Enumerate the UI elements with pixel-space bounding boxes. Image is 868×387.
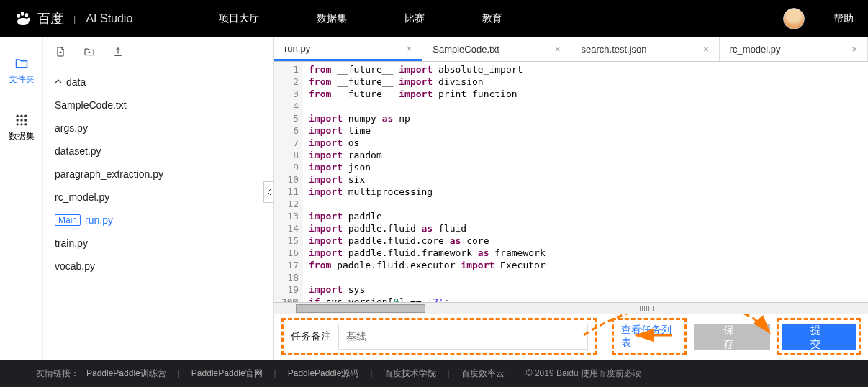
new-folder-icon[interactable] — [83, 46, 95, 58]
horizontal-scrollbar[interactable] — [274, 302, 868, 314]
view-task-list-link[interactable]: 查看任务列表 — [621, 324, 677, 350]
logo[interactable]: 百度 | AI Studio — [14, 10, 132, 27]
svg-point-6 — [24, 115, 27, 117]
footer-link[interactable]: PaddlePaddle源码 — [288, 368, 359, 380]
chevron-left-icon — [267, 188, 271, 196]
top-nav: 项目大厅 数据集 比赛 教育 — [219, 12, 783, 25]
svg-point-9 — [24, 119, 27, 121]
svg-point-2 — [25, 13, 28, 17]
tree-item-run[interactable]: Main run.py — [55, 209, 262, 232]
tree-folder-label: data — [66, 76, 86, 88]
tab-search[interactable]: search.test.json× — [571, 37, 720, 61]
svg-point-10 — [16, 123, 18, 125]
view-list-box: 查看任务列表 — [612, 318, 687, 355]
file-panel: data SampleCode.txt args.py dataset.py p… — [43, 37, 273, 360]
footer: 友情链接： PaddlePaddle训练营| PaddlePaddle官网| P… — [0, 360, 868, 387]
rail-datasets-label: 数据集 — [9, 130, 35, 142]
scroll-thumb[interactable] — [296, 304, 425, 313]
avatar[interactable] — [783, 8, 805, 29]
footer-copyright: © 2019 Baidu 使用百度前必读 — [526, 368, 641, 380]
tree-item[interactable]: dataset.py — [55, 140, 262, 163]
close-icon[interactable]: × — [851, 44, 857, 55]
footer-link[interactable]: 百度技术学院 — [384, 368, 436, 380]
nav-competitions[interactable]: 比赛 — [404, 12, 425, 25]
save-button[interactable]: 保 存 — [694, 324, 770, 350]
file-tree: data SampleCode.txt args.py dataset.py p… — [43, 66, 273, 282]
tree-item[interactable]: paragraph_extraction.py — [55, 163, 262, 186]
svg-point-11 — [20, 123, 22, 125]
task-input[interactable] — [338, 324, 588, 350]
chevron-down-icon — [55, 78, 62, 86]
tree-folder-data[interactable]: data — [55, 70, 262, 94]
code-area[interactable]: 1234567891011121314151617181920⊟21222324… — [274, 62, 868, 302]
logo-text: 百度 — [37, 10, 63, 27]
nav-datasets[interactable]: 数据集 — [317, 12, 347, 25]
logo-sub: AI Studio — [86, 12, 132, 25]
code-content[interactable]: from __future__ import absolute_importfr… — [303, 62, 551, 302]
baidu-paw-icon — [14, 10, 32, 27]
tree-item[interactable]: train.py — [55, 232, 262, 255]
top-header: 百度 | AI Studio 项目大厅 数据集 比赛 教育 帮助 — [0, 0, 868, 37]
bottom-bar: 任务备注 查看任务列表 保 存 提 交 — [274, 314, 868, 360]
tree-item[interactable]: vocab.py — [55, 255, 262, 278]
left-rail: 文件夹 数据集 — [0, 37, 43, 360]
tab-label: run.py — [284, 43, 310, 54]
svg-point-5 — [20, 115, 22, 117]
grid-icon — [14, 113, 29, 127]
svg-point-8 — [20, 119, 22, 121]
task-note-box: 任务备注 — [281, 318, 597, 355]
logo-separator: | — [73, 14, 76, 24]
svg-point-1 — [21, 12, 24, 16]
footer-link[interactable]: PaddlePaddle训练营 — [86, 368, 166, 380]
main-badge: Main — [55, 214, 81, 226]
editor: run.py× SampleCode.txt× search.test.json… — [273, 37, 868, 360]
close-icon[interactable]: × — [555, 44, 561, 55]
folder-icon — [14, 56, 29, 70]
editor-tabs: run.py× SampleCode.txt× search.test.json… — [274, 37, 868, 62]
new-file-icon[interactable] — [55, 46, 66, 58]
tab-label: rc_model.py — [730, 44, 781, 55]
rail-files-label: 文件夹 — [9, 73, 35, 86]
tree-item[interactable]: rc_model.py — [55, 186, 262, 209]
rail-datasets[interactable]: 数据集 — [0, 107, 42, 148]
svg-point-7 — [16, 119, 18, 121]
nav-education[interactable]: 教育 — [482, 12, 502, 25]
tab-sample[interactable]: SampleCode.txt× — [422, 37, 571, 61]
scroll-grip-icon — [640, 306, 654, 311]
footer-link[interactable]: PaddlePaddle官网 — [191, 368, 263, 380]
file-toolbar — [43, 37, 273, 66]
rail-files[interactable]: 文件夹 — [0, 50, 42, 91]
upload-icon[interactable] — [112, 46, 124, 58]
submit-button[interactable]: 提 交 — [782, 324, 856, 350]
task-label: 任务备注 — [291, 330, 331, 343]
svg-point-4 — [16, 115, 18, 117]
tree-item[interactable]: args.py — [55, 117, 262, 140]
tab-label: search.test.json — [582, 44, 647, 55]
svg-point-0 — [17, 14, 20, 18]
tab-label: SampleCode.txt — [433, 44, 499, 55]
tree-item-label: run.py — [85, 214, 113, 226]
svg-point-12 — [24, 123, 27, 125]
help-link[interactable]: 帮助 — [833, 12, 854, 25]
submit-box: 提 交 — [777, 318, 861, 355]
line-gutter: 1234567891011121314151617181920⊟21222324 — [274, 62, 303, 302]
close-icon[interactable]: × — [703, 44, 709, 55]
collapse-handle[interactable] — [263, 181, 273, 203]
tab-run[interactable]: run.py× — [274, 37, 422, 61]
close-icon[interactable]: × — [407, 43, 412, 54]
tab-rcmodel[interactable]: rc_model.py× — [720, 37, 868, 61]
footer-prefix: 友情链接： — [36, 368, 79, 380]
footer-link[interactable]: 百度效率云 — [461, 368, 505, 380]
tree-item[interactable]: SampleCode.txt — [55, 94, 262, 117]
nav-projects[interactable]: 项目大厅 — [219, 12, 259, 25]
